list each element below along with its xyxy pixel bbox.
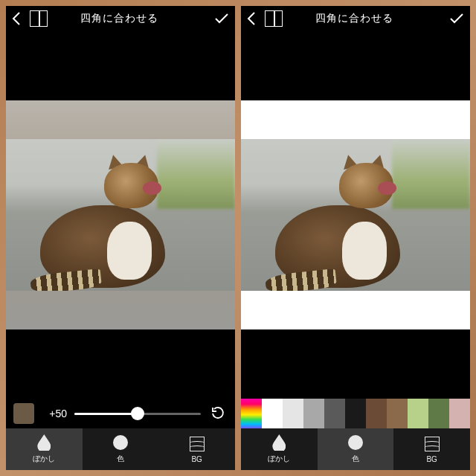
canvas[interactable] — [241, 31, 470, 399]
tab-label: 色 — [352, 454, 359, 464]
bg-icon — [424, 436, 440, 452]
color-swatch[interactable] — [324, 399, 345, 428]
screen-left: 四角に合わせる +50 — [6, 6, 235, 470]
color-swatch[interactable] — [366, 399, 387, 428]
bottom-tabs: ぼかし 色 BG — [6, 428, 235, 470]
confirm-button[interactable] — [208, 13, 229, 25]
canvas[interactable] — [6, 31, 235, 399]
color-icon — [112, 434, 129, 451]
tab-label: ぼかし — [33, 454, 55, 464]
screen-right: 四角に合わせる ぼかし — [241, 6, 470, 470]
color-swatch[interactable] — [428, 399, 449, 428]
fill-top — [241, 100, 470, 139]
page-title: 四角に合わせる — [52, 12, 208, 25]
slider-knob[interactable] — [131, 407, 144, 420]
color-swatch[interactable] — [262, 399, 283, 428]
blur-slider[interactable] — [74, 413, 201, 415]
square-frame — [241, 100, 470, 329]
fill-bottom — [6, 291, 235, 329]
color-swatch[interactable] — [241, 399, 262, 428]
tab-label: BG — [426, 455, 437, 463]
tab-bg[interactable]: BG — [158, 428, 235, 470]
page-title: 四角に合わせる — [287, 12, 443, 25]
blur-icon — [36, 434, 52, 451]
bg-icon — [189, 436, 205, 452]
topbar: 四角に合わせる — [241, 6, 470, 31]
square-frame — [6, 100, 235, 329]
fill-bottom — [241, 291, 470, 329]
color-swatch[interactable] — [283, 399, 303, 428]
color-swatch[interactable] — [449, 399, 470, 428]
back-button[interactable] — [247, 12, 260, 25]
rotate-button[interactable] — [208, 404, 228, 423]
photo — [241, 139, 470, 290]
bottom-tabs: ぼかし 色 BG — [241, 428, 470, 470]
bg-thumbnail[interactable] — [13, 403, 34, 424]
color-icon — [347, 434, 364, 451]
slider-value: +50 — [42, 408, 67, 419]
tab-color[interactable]: 色 — [318, 428, 394, 470]
aspect-ratio-button[interactable] — [265, 10, 283, 27]
tab-label: ぼかし — [268, 454, 290, 464]
color-palette — [241, 399, 470, 428]
back-button[interactable] — [12, 12, 25, 25]
color-swatch[interactable] — [387, 399, 408, 428]
blur-slider-row: +50 — [6, 399, 235, 428]
color-swatch[interactable] — [345, 399, 366, 428]
tab-label: BG — [191, 455, 202, 463]
tab-label: 色 — [117, 454, 124, 464]
blur-icon — [271, 434, 287, 451]
tab-color[interactable]: 色 — [83, 428, 159, 470]
photo — [6, 139, 235, 290]
topbar: 四角に合わせる — [6, 6, 235, 31]
confirm-button[interactable] — [443, 13, 464, 25]
color-swatch[interactable] — [408, 399, 428, 428]
color-swatch[interactable] — [303, 399, 324, 428]
aspect-ratio-button[interactable] — [30, 10, 48, 27]
tab-bg[interactable]: BG — [393, 428, 470, 470]
fill-top — [6, 100, 235, 139]
tab-blur[interactable]: ぼかし — [6, 428, 83, 470]
tab-blur[interactable]: ぼかし — [241, 428, 318, 470]
